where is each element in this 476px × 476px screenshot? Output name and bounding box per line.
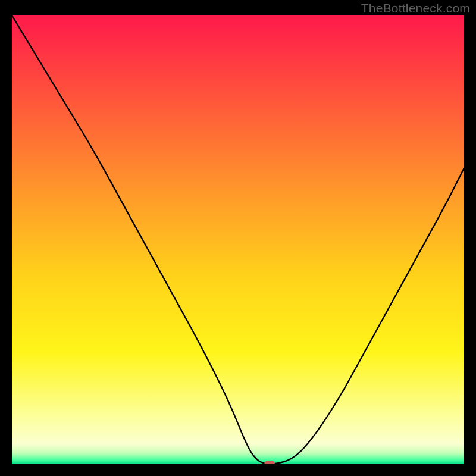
bottleneck-chart [12,15,464,464]
chart-frame: TheBottleneck.com [0,0,476,476]
watermark-text: TheBottleneck.com [361,1,470,15]
gradient-background [12,15,464,464]
